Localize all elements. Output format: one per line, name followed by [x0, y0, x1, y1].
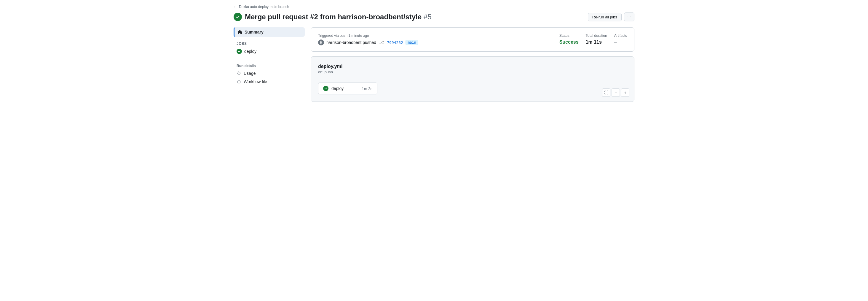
workflow-card: deploy.yml on: push deploy 1m 2s ⛶ − + [311, 56, 634, 102]
workflow-icon: ⬡ [237, 79, 241, 84]
sidebar-item-usage[interactable]: ⏱ Usage [234, 69, 305, 78]
sidebar-item-workflow-file[interactable]: ⬡ Workflow file [234, 78, 305, 86]
duration-label: Total duration [586, 33, 607, 38]
branch-badge[interactable]: main [406, 40, 418, 45]
main-content: Triggered via push 1 minute ago H harris… [311, 27, 634, 102]
job-box-deploy[interactable]: deploy 1m 2s [318, 83, 377, 94]
user-pushed-text: harrison-broadbent pushed [327, 40, 376, 45]
duration-value: 1m 11s [586, 39, 607, 45]
breadcrumb: ← Dokku auto-deploy main branch [234, 5, 634, 9]
workflow-trigger: on: push [318, 70, 627, 74]
status-label: Status [559, 33, 579, 38]
info-card: Triggered via push 1 minute ago H harris… [311, 27, 634, 52]
sidebar-item-summary[interactable]: Summary [234, 27, 305, 37]
sidebar: Summary Jobs deploy Run details ⏱ Usage … [234, 27, 305, 86]
status-success-icon [234, 13, 242, 21]
job-name: deploy [332, 86, 344, 91]
sidebar-item-deploy[interactable]: deploy [234, 47, 305, 56]
rerun-all-jobs-button[interactable]: Re-run all jobs [588, 13, 622, 21]
trigger-col: Triggered via push 1 minute ago H harris… [318, 33, 552, 46]
page-header: Merge pull request #2 from harrison-broa… [234, 12, 634, 21]
git-icon: ⎇ [379, 40, 384, 45]
deploy-success-icon [237, 49, 242, 54]
artifacts-label: Artifacts [614, 33, 627, 38]
more-options-button[interactable]: ··· [624, 12, 634, 21]
zoom-out-button[interactable]: − [612, 88, 620, 97]
expand-button[interactable]: ⛶ [602, 88, 610, 97]
artifacts-col: Artifacts – [614, 33, 627, 45]
home-icon [238, 30, 242, 34]
sidebar-usage-label: Usage [244, 71, 255, 76]
sidebar-run-details-label: Run details [234, 62, 305, 69]
commit-link[interactable]: 7994252 [387, 40, 403, 45]
title-group: Merge pull request #2 from harrison-broa… [234, 13, 432, 21]
trigger-user-row: H harrison-broadbent pushed ⎇ 7994252 ma… [318, 39, 552, 46]
clock-icon: ⏱ [237, 71, 241, 76]
sidebar-summary-label: Summary [245, 30, 264, 34]
breadcrumb-label[interactable]: Dokku auto-deploy main branch [239, 5, 289, 9]
job-duration: 1m 2s [362, 86, 372, 91]
job-success-icon [323, 86, 329, 91]
duration-col: Total duration 1m 11s [586, 33, 607, 45]
zoom-in-button[interactable]: + [621, 88, 629, 97]
info-card-grid: Triggered via push 1 minute ago H harris… [318, 33, 627, 46]
back-arrow-icon: ← [234, 5, 237, 9]
status-value: Success [559, 39, 579, 45]
sidebar-workflow-label: Workflow file [244, 79, 267, 84]
header-actions: Re-run all jobs ··· [588, 12, 634, 21]
page-title: Merge pull request #2 from harrison-broa… [245, 13, 432, 21]
sidebar-divider [234, 59, 305, 59]
sidebar-jobs-label: Jobs [234, 39, 305, 47]
main-layout: Summary Jobs deploy Run details ⏱ Usage … [234, 27, 634, 102]
trigger-label: Triggered via push 1 minute ago [318, 33, 552, 38]
workflow-name: deploy.yml [318, 64, 627, 69]
avatar: H [318, 39, 324, 46]
sidebar-deploy-label: deploy [244, 49, 256, 54]
artifacts-value: – [614, 39, 627, 45]
status-col: Status Success [559, 33, 579, 45]
workflow-controls: ⛶ − + [602, 88, 629, 97]
